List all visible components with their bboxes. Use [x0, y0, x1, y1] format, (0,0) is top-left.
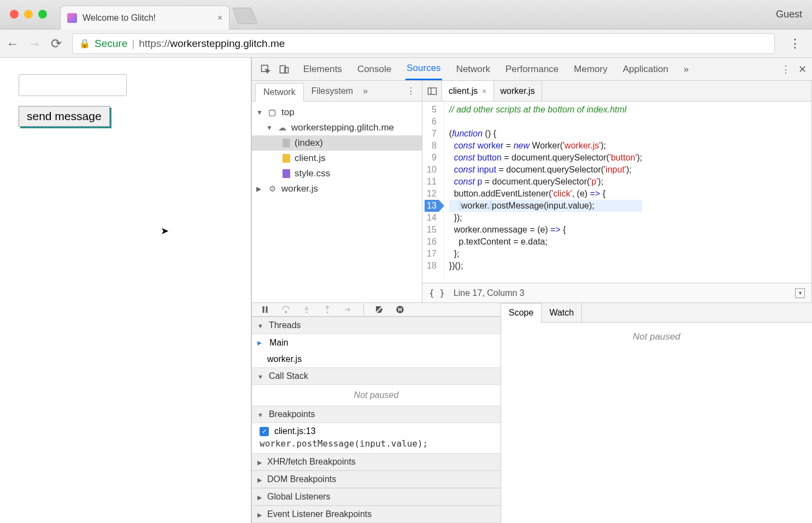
- svg-point-11: [396, 306, 404, 313]
- thread-main[interactable]: Main: [252, 334, 501, 351]
- tab-memory[interactable]: Memory: [573, 58, 608, 80]
- debugger-pane: Threads Main worker.js Call Stack Not pa…: [252, 302, 812, 523]
- navigator-tab-filesystem[interactable]: Filesystem: [304, 81, 361, 101]
- breakpoint-code: worker.postMessage(input.value);: [252, 437, 501, 453]
- tree-worker-label: worker.js: [281, 183, 318, 194]
- cursor-position: Line 17, Column 3: [454, 288, 525, 298]
- browser-toolbar: ← → ⟳ 🔒 Secure | https://workerstepping.…: [0, 29, 812, 58]
- tree-top[interactable]: ▼▢top: [252, 105, 422, 120]
- pretty-print-icon[interactable]: { }: [429, 288, 445, 298]
- close-window-icon[interactable]: [10, 10, 19, 19]
- section-label: Breakpoints: [269, 409, 315, 419]
- section-label: Threads: [269, 320, 301, 330]
- thread-label: worker.js: [267, 354, 302, 364]
- debugger-toolbar: [252, 303, 501, 317]
- section-event-listener-breakpoints[interactable]: Event Listener Breakpoints: [252, 506, 501, 523]
- section-label: Event Listener Breakpoints: [267, 509, 372, 519]
- editor-tab-workerjs[interactable]: worker.js: [494, 81, 542, 101]
- navigator-tab-network[interactable]: Network: [255, 83, 304, 102]
- editor-more-icon[interactable]: ▾: [795, 288, 805, 298]
- tab-sources[interactable]: Sources: [405, 58, 442, 80]
- address-bar[interactable]: 🔒 Secure | https://workerstepping.glitch…: [72, 33, 775, 54]
- toggle-navigator-icon[interactable]: [422, 81, 442, 101]
- tree-file-label: client.js: [295, 153, 326, 164]
- tree-domain[interactable]: ▼☁workerstepping.glitch.me: [252, 120, 422, 135]
- svg-rect-5: [263, 306, 264, 313]
- tree-worker[interactable]: ▶⚙worker.js: [252, 181, 422, 197]
- tree-file-clientjs[interactable]: client.js: [252, 151, 422, 166]
- tree-file-label: style.css: [295, 168, 330, 179]
- breakpoint-item[interactable]: ✓ client.js:13: [252, 423, 501, 437]
- send-message-button[interactable]: send message: [19, 106, 110, 127]
- tabs-overflow-icon[interactable]: »: [682, 58, 690, 80]
- breakpoint-label: client.js:13: [274, 426, 316, 436]
- section-label: Global Listeners: [267, 492, 331, 502]
- svg-rect-12: [398, 308, 399, 311]
- svg-point-7: [285, 311, 287, 313]
- section-label: XHR/fetch Breakpoints: [267, 457, 356, 467]
- js-file-icon: [283, 154, 290, 163]
- maximize-window-icon[interactable]: [38, 10, 47, 19]
- back-button[interactable]: ←: [7, 38, 19, 50]
- window-controls: [10, 10, 47, 19]
- css-file-icon: [283, 169, 290, 178]
- devtools-close-icon[interactable]: ✕: [798, 63, 807, 75]
- tree-domain-label: workerstepping.glitch.me: [291, 122, 394, 133]
- step-into-button: [301, 304, 312, 315]
- browser-tab[interactable]: Welcome to Glitch! ×: [60, 5, 230, 29]
- editor-tab-close-icon[interactable]: ×: [482, 87, 486, 96]
- tab-scope[interactable]: Scope: [501, 303, 542, 323]
- tab-performance[interactable]: Performance: [504, 58, 560, 80]
- editor-tab-label: worker.js: [501, 86, 535, 96]
- devtools-menu-icon[interactable]: ⋮: [781, 63, 791, 75]
- reload-button[interactable]: ⟳: [50, 38, 62, 50]
- thread-worker[interactable]: worker.js: [252, 351, 501, 367]
- navigator-menu-icon[interactable]: ⋮: [400, 81, 422, 101]
- tab-application[interactable]: Application: [622, 58, 669, 80]
- tab-title: Welcome to Glitch!: [83, 13, 212, 23]
- step-out-button: [322, 304, 333, 315]
- inspect-element-icon[interactable]: [257, 61, 274, 78]
- sources-navigator: Network Filesystem » ⋮ ▼▢top ▼☁workerste…: [252, 81, 422, 302]
- tab-watch[interactable]: Watch: [542, 303, 582, 322]
- svg-point-9: [327, 312, 328, 313]
- svg-rect-3: [428, 88, 436, 94]
- browser-titlebar: Welcome to Glitch! × Guest: [0, 0, 812, 29]
- new-tab-button[interactable]: [232, 8, 258, 24]
- step-over-button: [280, 304, 291, 315]
- profile-label[interactable]: Guest: [776, 9, 802, 20]
- devtools-tabbar: Elements Console Sources Network Perform…: [252, 58, 812, 81]
- url-host: workerstepping.glitch.me: [170, 38, 285, 49]
- tab-console[interactable]: Console: [356, 58, 392, 80]
- section-callstack[interactable]: Call Stack: [252, 367, 501, 385]
- section-xhr-breakpoints[interactable]: XHR/fetch Breakpoints: [252, 453, 501, 471]
- browser-menu-icon[interactable]: ⋮: [785, 37, 805, 51]
- section-breakpoints[interactable]: Breakpoints: [252, 406, 501, 423]
- scope-status: Not paused: [501, 323, 812, 523]
- section-label: DOM Breakpoints: [267, 474, 336, 484]
- tree-file-index[interactable]: (index): [252, 135, 422, 151]
- navigator-overflow-icon[interactable]: »: [363, 81, 368, 101]
- message-input[interactable]: [19, 74, 127, 96]
- tab-network[interactable]: Network: [455, 58, 491, 80]
- tab-elements[interactable]: Elements: [302, 58, 343, 80]
- section-global-listeners[interactable]: Global Listeners: [252, 488, 501, 506]
- section-threads[interactable]: Threads: [252, 317, 501, 334]
- tree-file-label: (index): [295, 138, 323, 148]
- tab-close-icon[interactable]: ×: [217, 13, 222, 23]
- minimize-window-icon[interactable]: [24, 10, 33, 19]
- editor-tab-label: client.js: [449, 86, 478, 96]
- pause-button[interactable]: [260, 304, 270, 315]
- pause-on-exceptions-button[interactable]: [395, 304, 405, 315]
- section-dom-breakpoints[interactable]: DOM Breakpoints: [252, 471, 501, 488]
- editor-tab-clientjs[interactable]: client.js ×: [442, 81, 494, 101]
- section-label: Call Stack: [269, 371, 308, 381]
- device-toolbar-icon[interactable]: [276, 61, 292, 78]
- devtools-panel: Elements Console Sources Network Perform…: [251, 58, 812, 523]
- breakpoint-checkbox[interactable]: ✓: [260, 427, 269, 436]
- forward-button: →: [28, 38, 40, 50]
- code-editor[interactable]: 56789101112131415161718 // add other scr…: [422, 102, 811, 283]
- deactivate-breakpoints-button[interactable]: [374, 304, 385, 315]
- tree-file-stylecss[interactable]: style.css: [252, 166, 422, 181]
- mouse-cursor-icon: ➤: [161, 225, 169, 237]
